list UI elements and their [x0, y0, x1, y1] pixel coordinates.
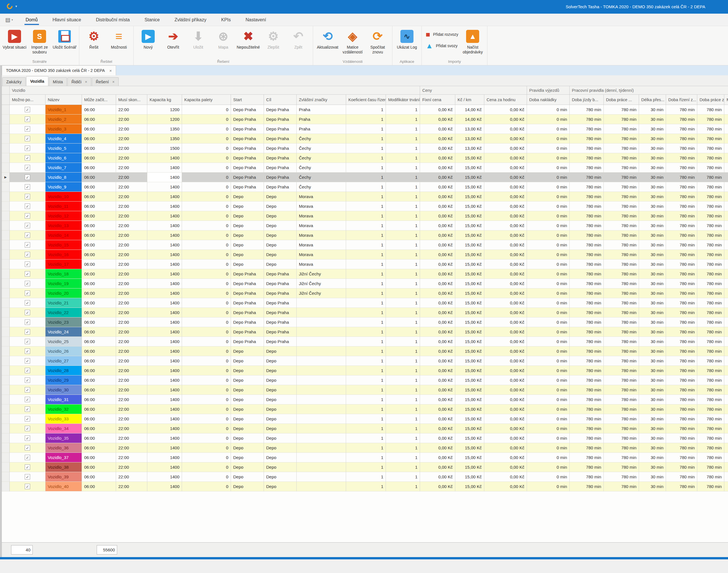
close-icon[interactable]: ×	[85, 80, 87, 84]
cell-cena-za-hodinu[interactable]: 0,00 Kč	[484, 202, 527, 211]
cell-kc-km[interactable]: 15,00 Kč	[455, 221, 484, 230]
cell-modifikator[interactable]: 1	[386, 134, 420, 144]
cell-doba-prace[interactable]: 780 min	[604, 279, 639, 289]
cell-modifikator[interactable]: 1	[386, 260, 420, 269]
column-header-9[interactable]: Zvláštní značky	[297, 95, 346, 105]
cell-musi-skoncit[interactable]: 22:00	[116, 405, 147, 414]
cell-mozno-pouzit[interactable]: ✓	[10, 114, 46, 124]
cell-mozno-pouzit[interactable]: ✓	[10, 472, 46, 482]
cell-muze-zacit[interactable]: 06:00	[82, 153, 116, 163]
cell-doba-nakladky[interactable]: 0 min	[527, 308, 570, 317]
cell-zvlastni-znacky[interactable]: Čechy	[297, 172, 346, 182]
row-header[interactable]	[2, 211, 10, 221]
cell-fixni-cena[interactable]: 0,00 Kč	[420, 105, 455, 114]
cell-doba-rizeni[interactable]: 780 min	[666, 289, 697, 298]
column-header-7[interactable]: Start	[231, 95, 264, 105]
cell-doba-jizdy[interactable]: 780 min	[570, 482, 604, 491]
cell-doba-prace-za[interactable]: 780 min	[697, 443, 724, 453]
cell-muze-zacit[interactable]: 06:00	[82, 192, 116, 202]
cell-start[interactable]: Depo	[231, 221, 264, 230]
cell-cil[interactable]: Depo Praha	[264, 279, 297, 289]
cell-cil[interactable]: Depo	[264, 482, 297, 491]
cell-doba-jizdy[interactable]: 780 min	[570, 250, 604, 260]
cell-fixni-cena[interactable]: 0,00 Kč	[420, 472, 455, 482]
cell-doba-prace[interactable]: 780 min	[604, 424, 639, 433]
cell-cena-za-hodinu[interactable]: 0,00 Kč	[484, 260, 527, 269]
cell-max-denni-doba[interactable]: 78	[724, 105, 728, 114]
cell-koeficient[interactable]: 1	[346, 289, 386, 298]
cell-doba-jizdy[interactable]: 780 min	[570, 172, 604, 182]
ukazat-log-button[interactable]: ∿Ukázat Log	[395, 28, 419, 50]
cell-doba-prace[interactable]: 780 min	[604, 260, 639, 269]
cell-cil[interactable]: Depo	[264, 240, 297, 250]
cell-cil[interactable]: Depo Praha	[264, 327, 297, 337]
cell-kapacita-kg[interactable]: 1400	[147, 462, 182, 472]
cell-doba-jizdy[interactable]: 780 min	[570, 433, 604, 443]
cell-muze-zacit[interactable]: 06:00	[82, 114, 116, 124]
cell-cil[interactable]: Depo Praha	[264, 298, 297, 308]
cell-muze-zacit[interactable]: 06:00	[82, 317, 116, 327]
cell-koeficient[interactable]: 1	[346, 230, 386, 240]
cell-musi-skoncit[interactable]: 22:00	[116, 240, 147, 250]
cell-modifikator[interactable]: 1	[386, 424, 420, 433]
cell-cena-za-hodinu[interactable]: 0,00 Kč	[484, 298, 527, 308]
cell-delka-prestavky[interactable]: 30 min	[639, 105, 666, 114]
cell-start[interactable]: Depo Praha	[231, 327, 264, 337]
cell-musi-skoncit[interactable]: 22:00	[116, 395, 147, 405]
cell-kc-km[interactable]: 15,00 Kč	[455, 269, 484, 279]
cell-kapacita-kg[interactable]: 1400	[147, 453, 182, 462]
row-header[interactable]	[2, 182, 10, 192]
cell-modifikator[interactable]: 1	[386, 366, 420, 375]
row-header[interactable]	[2, 317, 10, 327]
cell-koeficient[interactable]: 1	[346, 202, 386, 211]
cell-mozno-pouzit[interactable]: ✓	[10, 172, 46, 182]
cell-kapacita-kg[interactable]: 1400	[147, 279, 182, 289]
cell-cena-za-hodinu[interactable]: 0,00 Kč	[484, 250, 527, 260]
cell-zvlastni-znacky[interactable]: Jižní Čechy	[297, 289, 346, 298]
cell-musi-skoncit[interactable]: 22:00	[116, 433, 147, 443]
cell-koeficient[interactable]: 1	[346, 433, 386, 443]
cell-nazev[interactable]: Vozidlo_16	[46, 250, 82, 260]
cell-kapacita-palety[interactable]: 0	[182, 472, 231, 482]
column-header-17[interactable]: Doba práce ...	[604, 95, 639, 105]
cell-kc-km[interactable]: 15,00 Kč	[455, 366, 484, 375]
cell-doba-prace[interactable]: 780 min	[604, 337, 639, 347]
column-header-3[interactable]: Může začít...	[82, 95, 116, 105]
checkbox-checked[interactable]: ✓	[25, 232, 30, 238]
cell-doba-nakladky[interactable]: 0 min	[527, 433, 570, 443]
cell-zvlastni-znacky[interactable]	[297, 405, 346, 414]
cell-delka-prestavky[interactable]: 30 min	[639, 424, 666, 433]
cell-doba-jizdy[interactable]: 780 min	[570, 211, 604, 221]
cell-fixni-cena[interactable]: 0,00 Kč	[420, 482, 455, 491]
cell-doba-prace[interactable]: 780 min	[604, 289, 639, 298]
cell-cena-za-hodinu[interactable]: 0,00 Kč	[484, 192, 527, 202]
cell-cena-za-hodinu[interactable]: 0,00 Kč	[484, 269, 527, 279]
cell-kapacita-kg[interactable]: 1400	[147, 202, 182, 211]
cell-doba-prace[interactable]: 780 min	[604, 269, 639, 279]
cell-mozno-pouzit[interactable]: ✓	[10, 182, 46, 192]
checkbox-checked[interactable]: ✓	[25, 397, 30, 402]
cell-muze-zacit[interactable]: 06:00	[82, 308, 116, 317]
cell-cena-za-hodinu[interactable]: 0,00 Kč	[484, 124, 527, 134]
cell-modifikator[interactable]: 1	[386, 163, 420, 172]
cell-doba-nakladky[interactable]: 0 min	[527, 134, 570, 144]
cell-max-denni-doba[interactable]: 78	[724, 230, 728, 240]
cell-doba-prace-za[interactable]: 780 min	[697, 124, 724, 134]
cell-start[interactable]: Depo	[231, 250, 264, 260]
cell-start[interactable]: Depo	[231, 240, 264, 250]
cell-musi-skoncit[interactable]: 22:00	[116, 182, 147, 192]
cell-doba-rizeni[interactable]: 780 min	[666, 414, 697, 424]
cell-cil[interactable]: Depo Praha	[264, 172, 297, 182]
cell-doba-rizeni[interactable]: 780 min	[666, 366, 697, 375]
cell-koeficient[interactable]: 1	[346, 327, 386, 337]
checkbox-checked[interactable]: ✓	[25, 126, 30, 132]
row-header[interactable]	[2, 289, 10, 298]
cell-muze-zacit[interactable]: 06:00	[82, 124, 116, 134]
cell-max-denni-doba[interactable]: 78	[724, 240, 728, 250]
cell-muze-zacit[interactable]: 06:00	[82, 405, 116, 414]
cell-doba-prace[interactable]: 780 min	[604, 472, 639, 482]
cell-fixni-cena[interactable]: 0,00 Kč	[420, 182, 455, 192]
cell-max-denni-doba[interactable]: 78	[724, 414, 728, 424]
row-header[interactable]	[2, 482, 10, 491]
document-tab[interactable]: TOMKA 2020 - DEMO 350 zakázek celá ČR - …	[2, 65, 116, 75]
